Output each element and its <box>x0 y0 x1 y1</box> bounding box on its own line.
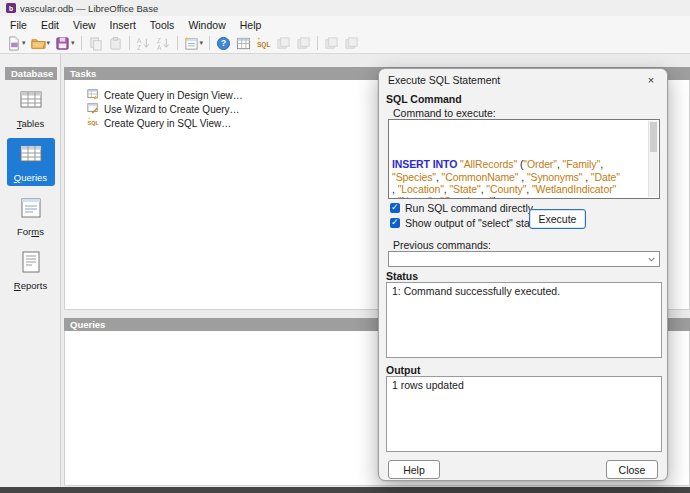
sidebar-items: TablesQueriesFormsReports <box>0 84 61 294</box>
menubar: FileEditViewInsertToolsWindowHelp <box>0 16 690 33</box>
svg-text:A: A <box>136 36 141 43</box>
toolbar-separator <box>81 36 82 50</box>
status-text: 1: Command successfully executed. <box>392 285 560 297</box>
execute-button[interactable]: Execute <box>529 209 586 229</box>
query-icon <box>19 142 43 170</box>
sql-line: , "Notes" , "Specimen") <box>392 195 647 199</box>
open-object-icon <box>342 33 361 53</box>
save-icon[interactable]: ▾ <box>53 33 77 53</box>
help-icon[interactable]: ? <box>214 33 233 53</box>
close-button[interactable]: Close <box>606 460 658 479</box>
window-title: vascular.odb — LibreOffice Base <box>20 3 158 14</box>
status-box: 1: Command successfully executed. <box>386 282 662 358</box>
run-directly-checkbox[interactable] <box>390 203 400 213</box>
sidebar-item-label: Queries <box>14 172 47 183</box>
sql-view-icon[interactable]: SQL <box>254 33 273 53</box>
dropdown-arrow-icon: ▾ <box>200 39 204 47</box>
paste-icon <box>106 33 125 53</box>
report-icon <box>19 250 43 278</box>
execute-sql-dialog: Execute SQL Statement × SQL Command Comm… <box>378 68 668 481</box>
query-design-icon[interactable] <box>234 33 253 53</box>
bottom-dark-bar <box>0 487 690 493</box>
task-label: Use Wizard to Create Query… <box>104 104 240 115</box>
output-text: 1 rows updated <box>392 379 464 391</box>
sidebar-item-queries[interactable]: Queries <box>7 138 55 186</box>
sidebar-item-tables[interactable]: Tables <box>7 84 55 132</box>
dropdown-arrow-icon: ▾ <box>71 39 75 47</box>
dropdown-arrow-icon: ▾ <box>47 39 51 47</box>
toolbar-separator <box>129 36 130 50</box>
sql-line: INSERT INTO "AllRecords" ("Order", "Fami… <box>392 158 647 170</box>
sql-command-section-label: SQL Command <box>386 93 462 105</box>
svg-text:SQL: SQL <box>257 41 270 49</box>
menu-edit[interactable]: Edit <box>34 17 66 33</box>
sql-line: "Species", "CommonName" , "Synonyms" , "… <box>392 171 647 183</box>
new-form-icon[interactable]: ▾ <box>182 33 206 53</box>
base-app-icon: b <box>6 3 16 13</box>
sidebar-item-label: Reports <box>14 280 47 291</box>
dialog-titlebar[interactable]: Execute SQL Statement <box>379 69 667 90</box>
svg-text:Z: Z <box>156 36 160 43</box>
open-document-icon[interactable]: ▾ <box>29 33 53 53</box>
dialog-title: Execute SQL Statement <box>388 74 500 86</box>
sql-scrollbar[interactable] <box>648 121 658 197</box>
svg-text:A: A <box>156 44 161 51</box>
new-database-icon[interactable]: ▾ <box>4 33 28 53</box>
sidebar-item-label: Forms <box>17 226 44 237</box>
toolbar-separator <box>209 36 210 50</box>
sql-scrollbar-thumb[interactable] <box>650 122 657 152</box>
sql-line: , "Location", "State", "County", "Wetlan… <box>392 183 647 195</box>
run-directly-label: Run SQL command directly <box>405 202 533 214</box>
menu-window[interactable]: Window <box>181 17 232 33</box>
menu-tools[interactable]: Tools <box>143 17 182 33</box>
toolbar-separator <box>317 36 318 50</box>
task-label: Create Query in SQL View… <box>104 118 231 129</box>
sidebar-item-label: Tables <box>17 118 44 129</box>
menu-insert[interactable]: Insert <box>103 17 143 33</box>
window-titlebar: b vascular.odb — LibreOffice Base <box>0 0 690 16</box>
sidebar-item-forms[interactable]: Forms <box>7 192 55 240</box>
sidebar-item-reports[interactable]: Reports <box>7 246 55 294</box>
previous-commands-combobox[interactable] <box>388 251 660 267</box>
help-button[interactable]: Help <box>388 460 440 479</box>
output-box: 1 rows updated <box>386 376 662 452</box>
dropdown-arrow-icon: ▾ <box>22 39 26 47</box>
table-icon <box>19 88 43 116</box>
svg-text:Z: Z <box>136 44 140 51</box>
previous-commands-label: Previous commands: <box>393 239 491 251</box>
show-output-checkbox[interactable] <box>390 218 400 228</box>
dialog-close-icon[interactable]: × <box>642 72 660 87</box>
svg-text:?: ? <box>221 38 226 48</box>
status-section-label: Status <box>386 270 418 282</box>
svg-text:b: b <box>9 5 13 12</box>
combobox-dropdown-button[interactable] <box>643 252 659 266</box>
sqlview-icon: SQL <box>87 116 99 130</box>
database-panel-header: Database <box>5 67 57 80</box>
delete-object-icon <box>294 33 313 53</box>
sql-command-textarea[interactable]: INSERT INTO "AllRecords" ("Order", "Fami… <box>388 119 660 199</box>
form-icon <box>19 196 43 224</box>
main-toolbar: ▾▾▾AZZA▾?SQL <box>0 33 690 54</box>
command-to-execute-label: Command to execute: <box>393 107 496 119</box>
menu-file[interactable]: File <box>3 17 34 33</box>
run-directly-checkbox-row: Run SQL command directly <box>390 202 533 214</box>
libreoffice-base-window: b vascular.odb — LibreOffice Base FileEd… <box>0 0 690 493</box>
copy-icon <box>86 33 105 53</box>
sort-descending-icon: ZA <box>154 33 173 53</box>
rename-object-icon <box>322 33 341 53</box>
wizard-icon <box>87 102 99 116</box>
design-icon <box>87 88 99 102</box>
sort-ascending-icon: AZ <box>134 33 153 53</box>
menu-help[interactable]: Help <box>233 17 269 33</box>
output-section-label: Output <box>386 364 420 376</box>
task-label: Create Query in Design View… <box>104 90 243 101</box>
svg-text:SQL: SQL <box>87 120 99 126</box>
edit-object-icon <box>274 33 293 53</box>
menu-view[interactable]: View <box>66 17 103 33</box>
toolbar-separator <box>177 36 178 50</box>
chevron-down-icon <box>647 255 656 264</box>
